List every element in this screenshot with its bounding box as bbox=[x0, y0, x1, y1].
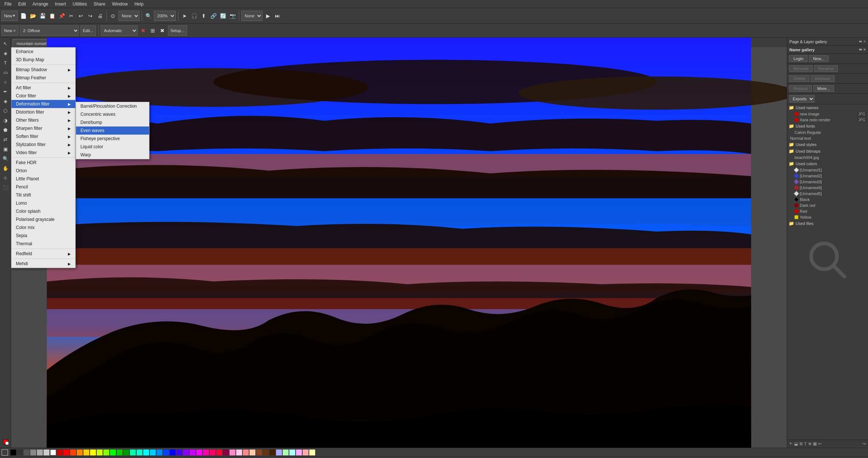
zoom-select[interactable]: 200% 100% 50% bbox=[154, 11, 176, 21]
submenu-concentric[interactable]: Concentric waves bbox=[76, 110, 149, 118]
swatch-red1[interactable] bbox=[57, 450, 63, 455]
menu-little-planet[interactable]: Little Planet bbox=[11, 175, 75, 183]
submenu-even-waves[interactable]: Even waves bbox=[76, 126, 149, 135]
swatch-lightgreen[interactable] bbox=[283, 450, 289, 455]
swatch-pink1[interactable] bbox=[203, 450, 209, 455]
menu-share[interactable]: Share bbox=[90, 1, 108, 7]
menu-distortion-filter[interactable]: Distortion filter bbox=[11, 108, 75, 116]
tree-item-black[interactable]: Black bbox=[787, 197, 868, 202]
used-bitmaps-folder[interactable]: 📁 Used bitmaps bbox=[787, 148, 868, 155]
x-icon[interactable]: ✖ bbox=[139, 27, 147, 35]
gallery-tool2[interactable]: ⬓ bbox=[794, 441, 798, 446]
swatch-maroon[interactable] bbox=[223, 450, 229, 455]
tree-item-red[interactable]: Red bbox=[787, 208, 868, 214]
intersect-button[interactable]: Intersect bbox=[811, 75, 834, 82]
submenu-fisheye[interactable]: Fisheye perspective bbox=[76, 135, 149, 143]
bevel-tool[interactable]: ⬟ bbox=[1, 125, 10, 134]
new-doc-icon[interactable]: 📄 bbox=[19, 12, 27, 20]
color-tool[interactable] bbox=[1, 437, 10, 446]
gallery-tool4[interactable]: T bbox=[804, 442, 807, 446]
swatch-salmonpink[interactable] bbox=[243, 450, 249, 455]
swatch-darkbrown[interactable] bbox=[269, 450, 275, 455]
swatch-darkgray[interactable] bbox=[17, 450, 23, 455]
swatch-mauverose[interactable] bbox=[303, 450, 309, 455]
swatch-cyan[interactable] bbox=[143, 450, 149, 455]
menu-tilt-shift[interactable]: Tilt shift bbox=[11, 191, 75, 199]
tree-item-normal-text[interactable]: Normal text bbox=[787, 135, 868, 141]
menu-help[interactable]: Help bbox=[131, 1, 147, 7]
menu-bitmap-shadow[interactable]: Bitmap Shadow bbox=[11, 66, 75, 74]
menu-bitmap-feather[interactable]: Bitmap Feather bbox=[11, 74, 75, 82]
push-tool[interactable]: ✋ bbox=[1, 164, 10, 173]
arrow-right-icon[interactable]: ➤ bbox=[180, 12, 189, 20]
swatch-lightpink[interactable] bbox=[230, 450, 235, 455]
none-select2[interactable]: None bbox=[241, 11, 262, 21]
gallery-tool1[interactable]: ⬑ bbox=[789, 441, 793, 446]
more-button[interactable]: More... bbox=[813, 85, 834, 92]
swatch-orange[interactable] bbox=[77, 450, 83, 455]
print-icon[interactable]: 🖨 bbox=[96, 12, 104, 20]
new-button[interactable]: New ▾ bbox=[1, 11, 18, 21]
automatic-select[interactable]: Automatic bbox=[101, 25, 138, 36]
camera-icon[interactable]: 📷 bbox=[228, 12, 237, 20]
menu-arrange[interactable]: Arrange bbox=[30, 1, 51, 7]
copy-icon[interactable]: 📋 bbox=[48, 12, 56, 20]
swatch-brown2[interactable] bbox=[263, 450, 269, 455]
swatch-pink3[interactable] bbox=[216, 450, 222, 455]
cut-icon[interactable]: ✂ bbox=[67, 12, 75, 20]
swatch-gray[interactable] bbox=[24, 450, 30, 455]
used-files-folder[interactable]: 📁 Used files bbox=[787, 220, 868, 227]
tree-item-yellow[interactable]: Yellow bbox=[787, 214, 868, 220]
redo-icon[interactable]: ↪ bbox=[86, 12, 94, 20]
delete-button[interactable]: Delete bbox=[789, 75, 809, 82]
remove-button[interactable]: Remove bbox=[789, 65, 813, 72]
restore-button[interactable]: Restore bbox=[789, 85, 812, 92]
swatch-teal1[interactable] bbox=[130, 450, 136, 455]
gallery-close-icon[interactable]: × bbox=[864, 47, 866, 52]
panel-dock-icon[interactable]: ⬌ bbox=[859, 39, 862, 44]
menu-window[interactable]: Window bbox=[109, 1, 131, 7]
menu-other-filters[interactable]: Other filters bbox=[11, 116, 75, 124]
menu-video-filter[interactable]: Video filter bbox=[11, 149, 75, 157]
tree-item-unnamed3[interactable]: [Unnamed3] bbox=[787, 179, 868, 185]
swatch-black[interactable] bbox=[10, 450, 16, 455]
swatch-medgray[interactable] bbox=[30, 450, 36, 455]
no-color-swatch[interactable] bbox=[1, 449, 8, 456]
menu-pencil[interactable]: Pencil bbox=[11, 183, 75, 191]
rectangle-tool[interactable]: ▭ bbox=[1, 68, 10, 77]
refresh-icon[interactable]: 🔄 bbox=[219, 12, 227, 20]
menu-art-filter[interactable]: Art filter bbox=[11, 84, 75, 92]
swatch-purple[interactable] bbox=[190, 450, 196, 455]
none-select1[interactable]: None bbox=[118, 11, 140, 21]
menu-polarised-grayscale[interactable]: Polarised grayscale bbox=[11, 215, 75, 223]
swatch-paleyellow[interactable] bbox=[309, 450, 315, 455]
submenu-dent[interactable]: Dent/bump bbox=[76, 118, 149, 126]
swatch-blue2[interactable] bbox=[170, 450, 176, 455]
used-colors-folder[interactable]: 📁 Used colors bbox=[787, 160, 868, 167]
swatch-pink2[interactable] bbox=[210, 450, 216, 455]
menu-redfield[interactable]: Redfield bbox=[11, 250, 75, 258]
tree-item-unnamed5[interactable]: [Unnamed5] bbox=[787, 191, 868, 197]
swatch-indigo[interactable] bbox=[176, 450, 182, 455]
menu-color-splash[interactable]: Color splash bbox=[11, 207, 75, 215]
export-icon[interactable]: ⬆ bbox=[200, 12, 208, 20]
play-icon[interactable]: ▶ bbox=[264, 12, 272, 20]
swatch-redorange[interactable] bbox=[70, 450, 76, 455]
menu-orton[interactable]: Orton bbox=[11, 167, 75, 175]
tree-item-xara-redo[interactable]: Xara redo render JPG bbox=[787, 117, 868, 123]
blend-tool[interactable]: ⇄ bbox=[1, 135, 10, 144]
menu-color-filter[interactable]: Color filter bbox=[11, 92, 75, 100]
transparency-tool[interactable]: ⬡ bbox=[1, 106, 10, 115]
fill-tool[interactable]: ◈ bbox=[1, 97, 10, 105]
menu-thermal[interactable]: Thermal bbox=[11, 240, 75, 248]
shadow-tool[interactable]: ◑ bbox=[1, 116, 10, 125]
submenu-barrel[interactable]: Barrel/Pincushion Correction bbox=[76, 102, 149, 110]
gallery-tool6[interactable]: ▦ bbox=[813, 441, 817, 446]
swatch-blue1[interactable] bbox=[163, 450, 169, 455]
circle-icon[interactable]: ⊙ bbox=[109, 12, 117, 20]
menu-enhance[interactable]: Enhance bbox=[11, 48, 75, 56]
save-icon[interactable]: 💾 bbox=[38, 12, 46, 20]
swatch-ltblue2[interactable] bbox=[156, 450, 162, 455]
gallery-tool3[interactable]: ⊞ bbox=[799, 441, 803, 446]
tree-item-unnamed4[interactable]: [Unnamed4] bbox=[787, 185, 868, 191]
